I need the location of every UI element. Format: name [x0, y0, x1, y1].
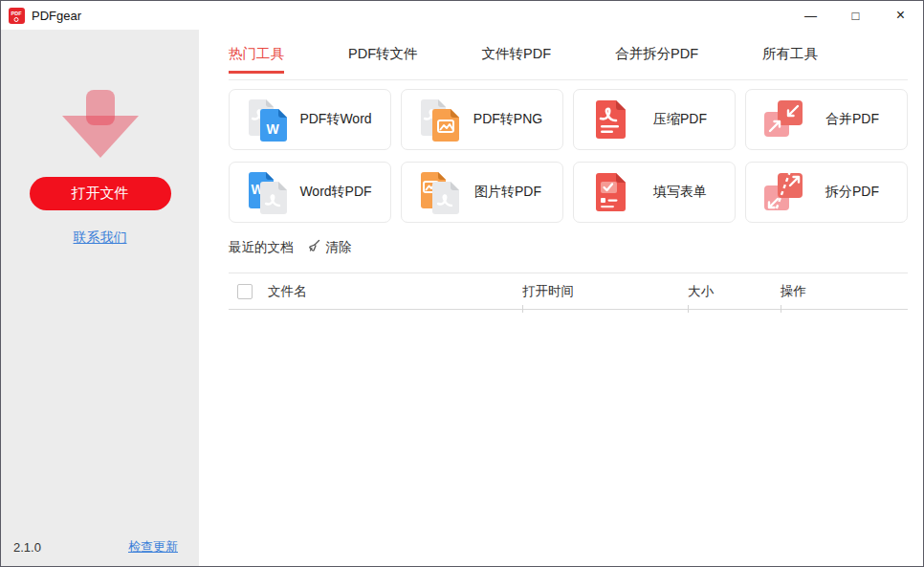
tool-tabs: 热门工具 PDF转文件 文件转PDF 合并拆分PDF 所有工具 [229, 30, 908, 80]
card-merge-pdf[interactable]: 合并PDF [745, 89, 908, 150]
broom-icon [306, 238, 321, 256]
column-header-action: 操作 [781, 284, 806, 298]
tool-card-label: PDF转Word [289, 111, 383, 128]
tool-card-label: PDF转PNG [461, 111, 555, 128]
tab-all-tools[interactable]: 所有工具 [762, 45, 818, 74]
column-header-size: 大小 [688, 284, 714, 298]
main-panel: 热门工具 PDF转文件 文件转PDF 合并拆分PDF 所有工具 W [199, 30, 924, 566]
svg-text:PDF: PDF [11, 11, 23, 16]
card-fill-form[interactable]: 填写表单 [573, 162, 736, 223]
window-title: PDFgear [32, 9, 81, 23]
card-split-pdf[interactable]: 拆分PDF [745, 162, 908, 223]
pdf-to-word-icon: W [245, 98, 289, 142]
tool-card-grid: W PDF转Word [229, 89, 908, 223]
column-divider [688, 305, 689, 313]
svg-text:W: W [266, 121, 279, 137]
window-controls: — □ × [788, 1, 923, 30]
card-image-to-pdf[interactable]: 图片转PDF [401, 162, 563, 223]
fill-form-icon [589, 170, 633, 214]
tool-card-label: 压缩PDF [633, 111, 727, 128]
compress-pdf-icon [589, 98, 633, 142]
app-version: 2.1.0 [13, 540, 41, 555]
tab-merge-split-pdf[interactable]: 合并拆分PDF [615, 45, 698, 74]
image-to-pdf-icon [417, 170, 461, 214]
tool-card-label: Word转PDF [289, 184, 383, 201]
minimize-icon[interactable]: — [788, 1, 833, 30]
pdfgear-logo-icon: PDF [9, 8, 25, 24]
tool-card-label: 填写表单 [633, 184, 727, 201]
card-word-to-pdf[interactable]: W Word转PDF [229, 162, 391, 223]
column-divider [781, 305, 781, 313]
tool-card-label: 拆分PDF [805, 184, 899, 201]
sidebar-footer: 2.1.0 检查更新 [1, 538, 199, 556]
open-file-button[interactable]: 打开文件 [30, 177, 171, 210]
close-icon[interactable]: × [878, 1, 923, 30]
maximize-icon[interactable]: □ [833, 1, 878, 30]
recent-documents-table: 文件名 打开时间 大小 操作 [229, 273, 908, 310]
pdfgear-window: { "window": { "title": "PDFgear", "contr… [0, 0, 924, 567]
open-file-arrow-icon [55, 87, 146, 165]
tab-file-to-pdf[interactable]: 文件转PDF [482, 45, 552, 74]
tool-card-label: 图片转PDF [461, 184, 555, 201]
card-pdf-to-word[interactable]: W PDF转Word [229, 89, 391, 150]
sidebar: 打开文件 联系我们 2.1.0 检查更新 [1, 30, 199, 566]
clear-recent-button[interactable]: 清除 [306, 238, 352, 256]
column-divider [522, 305, 523, 313]
tab-pdf-to-file[interactable]: PDF转文件 [348, 45, 418, 74]
recent-documents-section: 最近的文档 清除 [229, 238, 908, 256]
pdf-to-png-icon [417, 98, 461, 142]
merge-pdf-icon [761, 98, 805, 142]
check-update-link[interactable]: 检查更新 [128, 538, 178, 556]
tool-card-label: 合并PDF [805, 111, 899, 128]
word-to-pdf-icon: W [245, 170, 289, 214]
recent-documents-title: 最近的文档 [229, 239, 294, 256]
split-pdf-icon [761, 170, 805, 214]
card-pdf-to-png[interactable]: PDF转PNG [401, 89, 563, 150]
card-compress-pdf[interactable]: 压缩PDF [573, 89, 736, 150]
table-header-row: 文件名 打开时间 大小 操作 [229, 273, 908, 310]
title-bar: PDF PDFgear — □ × [1, 1, 923, 30]
contact-us-link[interactable]: 联系我们 [74, 229, 127, 247]
select-all-checkbox[interactable] [237, 284, 253, 299]
column-header-filename: 文件名 [268, 283, 307, 300]
tab-hot-tools[interactable]: 热门工具 [229, 45, 284, 74]
clear-label: 清除 [326, 239, 352, 256]
column-header-open-time: 打开时间 [522, 284, 574, 298]
